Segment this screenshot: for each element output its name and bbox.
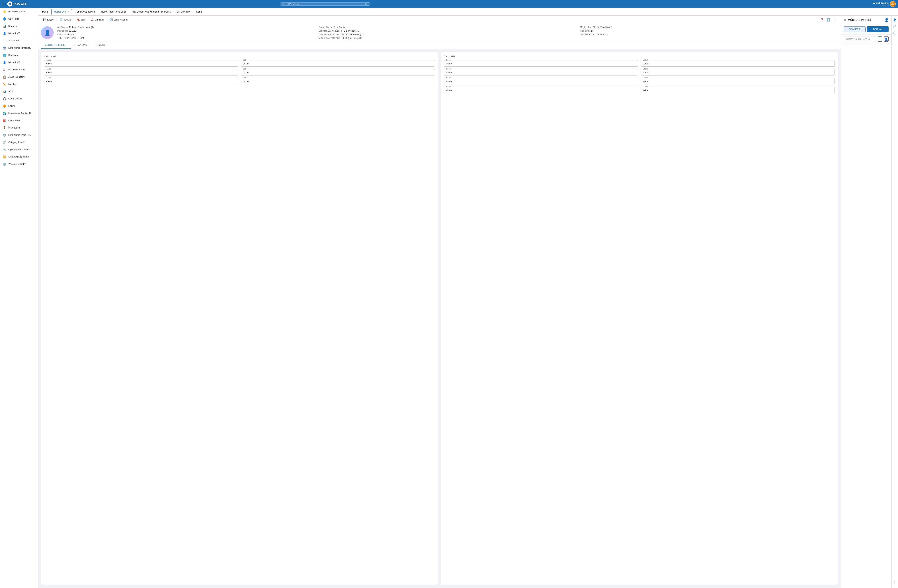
tab-6[interactable]: Daha▾ [194, 9, 206, 14]
main-page: 💾 Kaydet 🗑️ Temizle 🔖 Yeni 🕹️ Simülatör [38, 15, 841, 588]
sidebar-label-20: Sigortacılık İşlemleri [8, 155, 29, 158]
sidebar-item-3[interactable]: 👤 Müşteri 360 › [0, 30, 38, 37]
new-icon: 🔖 [77, 18, 80, 21]
sidebar-item-12[interactable]: 🎧 Çağrı Merkezi › [0, 95, 38, 102]
tab-3[interactable]: Hizmet Aracı Talep Girişi [98, 9, 128, 14]
right-field-value-0: Value [446, 62, 636, 65]
simulator-icon: 🕹️ [91, 18, 94, 21]
sidebar-item-21[interactable]: ⚙️ Yönetsel İşlemler › [0, 160, 38, 168]
tab-close-1[interactable]: ✕ [67, 11, 69, 13]
panel-header-icon: 👤 [884, 18, 889, 22]
help-icon-button[interactable]: ❓ [819, 17, 825, 23]
user-avatar[interactable]: AD [890, 1, 896, 7]
sidebar-item-13[interactable]: 🔶 Hazine › [0, 102, 38, 109]
sidebar-item-6[interactable]: 🌐 Dış Ticaret › [0, 52, 38, 59]
sidebar-item-14[interactable]: 🌍 Uluslararası Bankacılık › [0, 109, 38, 117]
siramatik-button[interactable]: SIRAMATİK [844, 26, 866, 32]
sidebar-item-1[interactable]: 🔷 OBA Portal › [0, 15, 38, 23]
toolbar: 💾 Kaydet 🗑️ Temizle 🔖 Yeni 🕹️ Simülatör [38, 15, 841, 24]
tab-2[interactable]: Hizmet Araç Takvimi [72, 9, 98, 14]
sidebar-item-15[interactable]: ⛽ Çek - Senet › [0, 117, 38, 124]
customer-avatar: 👤 [41, 26, 54, 39]
sidebar-label-12: Çağrı Merkezi [8, 97, 23, 100]
right-field-7: Label Value [641, 87, 835, 93]
right-field-label-0: Label [446, 59, 452, 61]
tab-musteri-bilgileri[interactable]: MÜŞTERİ BİLGİLERİ [41, 42, 71, 49]
ortalama-cari-item: Ortalama Cari 2019 / 2018: 0 TL (Beklene… [319, 33, 577, 36]
kaydet-button[interactable]: 💾 Kaydet [41, 17, 57, 22]
left-field-0: Label Value [44, 60, 238, 66]
sidebar-icon-12: 🎧 [3, 97, 6, 101]
left-field-value-2: Value [46, 71, 236, 74]
side-icon-user[interactable]: 👤 [892, 17, 898, 23]
sidebar-icon-1: 🔷 [3, 17, 6, 21]
left-card-label: Card Label [44, 55, 435, 58]
sidebar-item-16[interactable]: 🚶 İK ve Eğitim › [0, 124, 38, 131]
info-icon-button[interactable]: ℹ️ [826, 17, 831, 23]
sidebar-arrow-20: › [35, 156, 35, 158]
baglan-button[interactable]: BAĞLAN [867, 26, 889, 32]
sync-icon: 🔄 [109, 18, 113, 21]
verimlilik-item: Verimlilik 2019 / 2018: 0 TL (Beklenen) … [319, 29, 577, 32]
side-icon-doc[interactable]: 📄 [892, 24, 898, 29]
sidebar-arrow-1: › [35, 18, 35, 20]
left-field-value-1: Value [243, 62, 433, 65]
tab-4[interactable]: Kısa Dönem Araç Kiralama Talep Giri... [129, 9, 174, 14]
sidebar-arrow-21: › [35, 163, 35, 165]
sidebar-item-10[interactable]: ✏️ Mali İşler › [0, 81, 38, 88]
sidebar-item-19[interactable]: 🔧 Operasyonel İşlemler › [0, 146, 38, 153]
more-options-button[interactable]: ⋮ [832, 17, 838, 23]
tab-label-1: Müşteri 360 [54, 11, 66, 13]
sidebar-item-5[interactable]: 🏦 Long Name Temel Bankacılı... › [0, 44, 38, 52]
panel-close-button[interactable]: ✕ [844, 18, 846, 22]
sidebar-item-18[interactable]: 🛒 Category Level 1 › [0, 139, 38, 146]
tab-gecmis[interactable]: GEÇMİŞ [92, 42, 109, 49]
temizle-button[interactable]: 🗑️ Temizle [57, 17, 74, 22]
main-content-area: PortalMüşteri 360✕Hizmet Araç TakvimiHiz… [38, 8, 898, 588]
tab-0[interactable]: Portal [40, 9, 51, 14]
tab-label-6: Daha [196, 11, 202, 13]
senkronize-button[interactable]: 🔄 Senkronize et [108, 17, 129, 22]
musteri-tipi-item: Müşteri Tipi / Aktiflik: Ticari / Aktif [580, 26, 838, 28]
panel-add-button[interactable]: ＋ [878, 37, 883, 42]
panel-person-button[interactable]: 👤 [884, 37, 889, 42]
sidebar-label-2: Raporlar [8, 25, 17, 28]
tab-5[interactable]: İzin Listeleme [174, 9, 193, 14]
sidebar-item-8[interactable]: 📈 Fon Kullandırma › [0, 66, 38, 73]
tab-label-5: İzin Listeleme [177, 11, 191, 13]
tab-1[interactable]: Müşteri 360✕ [51, 9, 72, 14]
panel-search-input[interactable] [844, 36, 876, 42]
right-card-fields: Label Value Label Value Label Value Labe… [444, 60, 835, 93]
tab-finansman[interactable]: FİNANSMAN [71, 42, 92, 49]
right-field-1: Label Value [641, 60, 835, 66]
user-name-display: Ahmet Demirci ahmetd [873, 2, 889, 6]
sidebar-item-2[interactable]: 📊 Raporlar › [0, 23, 38, 30]
sidebar-icon-16: 🚶 [3, 126, 6, 130]
left-field-label-5: Label [242, 77, 249, 79]
right-field-value-2: Value [446, 71, 636, 74]
toolbar-actions: ❓ ℹ️ ⋮ [819, 17, 838, 23]
side-icon-expand[interactable]: ❯ [892, 581, 898, 586]
tab-label-4: Kısa Dönem Araç Kiralama Talep Giri... [132, 11, 171, 13]
sidebar-item-11[interactable]: 📊 ADK › [0, 88, 38, 95]
sidebar-item-9[interactable]: 📋 Alacak Yönetimi › [0, 73, 38, 81]
hamburger-menu[interactable]: ☰ [2, 2, 5, 6]
sidebar-arrow-15: › [35, 120, 35, 122]
left-info-card: Card Label Label Value Label Value Label… [41, 52, 438, 585]
sidebar-item-17[interactable]: 🛡️ Long Name Teftiş - Risk ve... › [0, 131, 38, 139]
sidebar-icon-4: ⋮⋮ [3, 38, 6, 43]
yeni-button[interactable]: 🔖 Yeni [75, 17, 87, 22]
sidebar-item-0[interactable]: ⭐ Favori Ekranlarım › [0, 8, 38, 15]
simulatör-button[interactable]: 🕹️ Simülatör [88, 17, 106, 22]
portfoy-sahibi-item: Portföy Sahibi: Eser Demirel [319, 26, 577, 28]
left-field-1: Label Value [241, 60, 435, 66]
sidebar-icon-11: 📊 [3, 89, 6, 94]
side-icon-history[interactable]: 🕐 [892, 30, 898, 36]
sidebar-item-4[interactable]: ⋮⋮ Ana Menü › [0, 37, 38, 44]
sidebar-icon-3: 👤 [3, 31, 6, 35]
logo-icon: O [7, 2, 12, 6]
sidebar-item-7[interactable]: 👤 Müşteri 360 › [0, 59, 38, 66]
sidebar-icon-0: ⭐ [3, 9, 6, 14]
search-input[interactable] [286, 3, 364, 5]
sidebar-item-20[interactable]: 🔱 Sigortacılık İşlemleri › [0, 153, 38, 160]
